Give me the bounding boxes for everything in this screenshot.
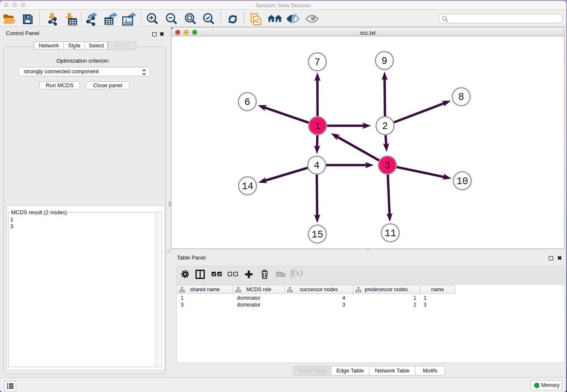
svg-text:7: 7 [314, 57, 320, 68]
svg-text:3: 3 [385, 160, 391, 171]
svg-text:15: 15 [311, 229, 323, 240]
svg-text:4: 4 [314, 160, 320, 171]
svg-text:9: 9 [382, 56, 388, 67]
svg-text:6: 6 [245, 97, 250, 108]
svg-text:2: 2 [382, 121, 388, 132]
svg-text:11: 11 [385, 228, 396, 239]
svg-text:1: 1 [315, 121, 321, 132]
svg-text:8: 8 [458, 92, 464, 103]
svg-text:14: 14 [242, 181, 253, 192]
svg-text:10: 10 [457, 176, 468, 187]
